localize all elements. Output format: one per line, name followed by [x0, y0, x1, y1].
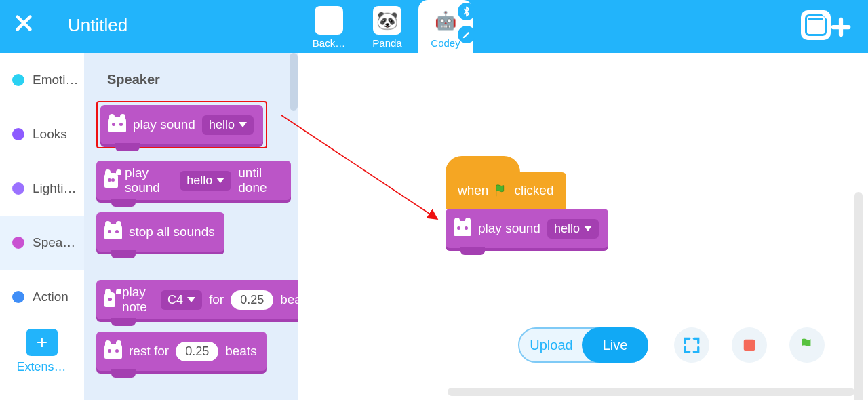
codey-icon: 🤖: [431, 6, 460, 35]
extension-label: Extensi…: [17, 360, 68, 374]
workspace-scrollbar-vertical[interactable]: [854, 192, 863, 400]
block-label: rest for: [129, 344, 169, 359]
codey-block-icon: [454, 221, 471, 236]
category-label: Spea…: [33, 235, 75, 250]
save-icon: [808, 18, 823, 20]
block-suffix: until done: [238, 165, 281, 195]
tab-panda[interactable]: 🐼 Panda: [360, 0, 414, 53]
tab-backdrop[interactable]: Back…: [302, 0, 356, 53]
block-play-sound-placed[interactable]: play sound hello: [446, 209, 608, 248]
tutorial-highlight: play sound hello: [96, 101, 267, 148]
codey-block-icon: [104, 173, 118, 188]
codey-block-icon: [104, 292, 115, 307]
script-stack[interactable]: when clicked play sound hello: [446, 172, 608, 248]
target-tabs: Back… 🐼 Panda 🤖 Codey: [302, 0, 473, 53]
chevron-down-icon: [239, 122, 247, 127]
stop-icon: [742, 338, 757, 353]
palette-heading: Speaker: [107, 72, 291, 87]
block-label: play note: [122, 285, 154, 315]
sound-dropdown[interactable]: hello: [547, 219, 599, 239]
category-label: Emoti…: [33, 73, 79, 87]
chevron-down-icon: [584, 226, 592, 231]
block-play-note[interactable]: play note C4 for 0.25 beats: [96, 280, 321, 319]
mode-upload[interactable]: Upload: [519, 329, 583, 361]
sound-dropdown[interactable]: hello: [202, 115, 254, 135]
blocks-palette: Speaker play sound hello play sound hell…: [84, 53, 298, 400]
close-icon: [14, 14, 33, 33]
bluetooth-icon: [458, 3, 475, 20]
panda-icon: 🐼: [373, 6, 401, 35]
block-play-sound[interactable]: play sound hello: [100, 105, 263, 144]
beats-input[interactable]: 0.25: [231, 290, 273, 310]
hat-when-flag-clicked[interactable]: when clicked: [446, 172, 566, 209]
add-extension-button[interactable]: + Extensi…: [0, 324, 84, 378]
codey-block-icon: [104, 224, 122, 239]
dot-icon: [12, 128, 24, 140]
block-label: play sound: [125, 165, 173, 195]
green-flag-icon: [798, 336, 816, 354]
block-play-sound-until-done[interactable]: play sound hello until done: [96, 161, 291, 200]
category-label: Looks: [33, 127, 67, 142]
tab-label: Panda: [372, 37, 401, 49]
dot-icon: [12, 74, 24, 86]
category-sidebar: Emoti… Looks Lighti… Spea… Action + Exte…: [0, 53, 84, 400]
block-label: play sound: [478, 221, 540, 236]
workspace-scrollbar-horizontal[interactable]: [448, 388, 854, 396]
dot-icon: [12, 182, 24, 195]
fullscreen-button[interactable]: [674, 327, 709, 363]
mode-live[interactable]: Live: [582, 327, 648, 363]
category-label: Action: [33, 289, 68, 304]
stop-button[interactable]: [732, 327, 767, 363]
mode-toggle[interactable]: Upload Live: [518, 327, 648, 363]
category-action[interactable]: Action: [0, 270, 84, 324]
category-label: Lighti…: [33, 181, 76, 196]
hat-suffix: clicked: [514, 183, 553, 198]
chevron-down-icon: [216, 178, 224, 183]
backdrop-icon: [315, 6, 343, 35]
edit-icon[interactable]: [458, 26, 475, 43]
tab-label: Codey: [431, 37, 460, 49]
close-button[interactable]: [10, 0, 37, 49]
dot-icon: [12, 237, 24, 249]
top-bar: Untitled Back… 🐼 Panda 🤖 Codey: [0, 0, 868, 53]
project-title: Untitled: [68, 15, 127, 36]
fullscreen-icon: [683, 336, 701, 354]
block-label: play sound: [133, 117, 195, 132]
code-workspace[interactable]: when clicked play sound hello Upload Liv…: [298, 53, 868, 400]
block-label: stop all sounds: [129, 224, 215, 239]
plus-icon: [831, 17, 851, 37]
dot-icon: [12, 291, 24, 303]
green-flag-icon: [494, 183, 509, 198]
plus-icon: +: [26, 329, 58, 356]
tab-label: Back…: [313, 37, 345, 49]
category-emotion[interactable]: Emoti…: [0, 53, 84, 107]
block-rest-for[interactable]: rest for 0.25 beats: [96, 332, 267, 371]
chevron-down-icon: [187, 297, 195, 302]
codey-block-icon: [108, 117, 126, 132]
block-stop-all-sounds[interactable]: stop all sounds: [96, 212, 224, 252]
palette-scrollbar[interactable]: [290, 53, 298, 111]
svg-rect-0: [744, 340, 755, 351]
add-target-button[interactable]: [826, 12, 856, 42]
run-flag-button[interactable]: [789, 327, 825, 363]
category-speaker[interactable]: Spea…: [0, 216, 84, 270]
category-lighting[interactable]: Lighti…: [0, 161, 84, 216]
block-mid: for: [209, 292, 224, 307]
hat-prefix: when: [458, 183, 488, 198]
beats-input[interactable]: 0.25: [176, 342, 218, 361]
tab-codey[interactable]: 🤖 Codey: [418, 0, 473, 53]
block-suffix: beats: [225, 344, 256, 359]
note-dropdown[interactable]: C4: [161, 290, 202, 310]
category-looks[interactable]: Looks: [0, 107, 84, 161]
sound-dropdown[interactable]: hello: [180, 171, 231, 191]
codey-block-icon: [104, 344, 122, 359]
